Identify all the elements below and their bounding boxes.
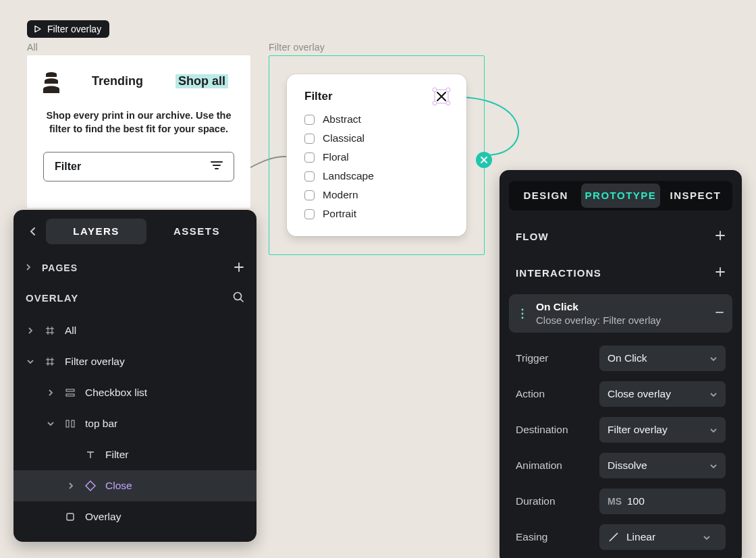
checkbox-icon[interactable] — [304, 171, 315, 182]
flow-section[interactable]: FLOW — [509, 220, 732, 252]
svg-point-12 — [522, 308, 524, 310]
checkbox-icon[interactable] — [304, 152, 315, 163]
rectangle-icon — [63, 512, 77, 522]
overlay-option[interactable]: Classical — [304, 132, 449, 144]
current-page-label: OVERLAY — [26, 292, 78, 304]
svg-rect-11 — [67, 513, 74, 520]
chevron-down-icon — [709, 424, 718, 436]
animation-label: Animation — [516, 459, 591, 472]
tab-design[interactable]: DESIGN — [512, 184, 580, 208]
search-layers-button[interactable] — [232, 291, 244, 305]
frame-icon — [43, 356, 57, 367]
layers-panel: LAYERS ASSETS PAGES OVERLAY All Filter o… — [14, 210, 256, 542]
chevron-down-icon — [709, 459, 718, 472]
chevron-down-icon — [703, 531, 718, 543]
checkbox-icon[interactable] — [304, 134, 315, 144]
interaction-item[interactable]: On Click Close overlay: Filter overlay — [509, 294, 732, 333]
add-page-button[interactable] — [234, 262, 244, 275]
flow-label: FLOW — [516, 231, 549, 242]
duration-input[interactable]: MS 100 — [599, 489, 726, 514]
page-title-row: OVERLAY — [14, 283, 256, 312]
overlay-option[interactable]: Floral — [304, 151, 449, 163]
back-button[interactable] — [23, 221, 43, 242]
trigger-label: Trigger — [516, 352, 591, 364]
svg-point-13 — [522, 312, 524, 314]
svg-rect-10 — [72, 420, 74, 427]
overlay-card: Filter Abstract Classical Floral Landsca… — [287, 74, 466, 236]
frame-filter-overlay[interactable]: Filter Abstract Classical Floral Landsca… — [269, 55, 485, 255]
chevron-right-icon — [66, 482, 76, 490]
easing-label: Easing — [516, 531, 591, 543]
overlay-option[interactable]: Portrait — [304, 208, 449, 220]
frame-all-header: Trending Shop all — [43, 69, 234, 93]
duration-value: 100 — [627, 495, 645, 507]
easing-row: Easing Linear — [509, 521, 732, 553]
overlay-option[interactable]: Abstract — [304, 113, 449, 125]
destination-row: Destination Filter overlay — [509, 414, 732, 445]
action-label: Action — [516, 388, 591, 400]
remove-interaction-button[interactable] — [715, 308, 724, 320]
chevron-down-icon — [46, 421, 55, 426]
tab-assets[interactable]: ASSETS — [146, 219, 247, 244]
layer-row-top-bar[interactable]: top bar — [14, 408, 256, 439]
nav-trending[interactable]: Trending — [92, 74, 143, 88]
filter-icon — [211, 161, 223, 173]
interaction-subtitle: Close overlay: Filter overlay — [536, 314, 707, 326]
interactions-section[interactable]: INTERACTIONS — [509, 256, 732, 289]
frame-all[interactable]: Trending Shop all Shop every print in ou… — [27, 55, 250, 208]
prototype-panel: DESIGN PROTOTYPE INSPECT FLOW INTERACTIO… — [500, 170, 742, 558]
layer-tree: All Filter overlay Checkbox list top bar… — [14, 312, 256, 535]
layer-row-overlay[interactable]: Overlay — [14, 501, 256, 532]
layer-row-text-filter[interactable]: Filter — [14, 439, 256, 470]
add-interaction-button[interactable] — [715, 267, 726, 279]
chevron-right-icon — [46, 389, 55, 397]
overlay-option[interactable]: Landscape — [304, 170, 449, 182]
destination-label: Destination — [516, 424, 591, 436]
frame-indicator[interactable]: Filter overlay — [27, 20, 109, 38]
chevron-down-icon — [26, 359, 35, 364]
autolayout-horizontal-icon — [63, 418, 77, 429]
animation-select[interactable]: Dissolve — [599, 453, 726, 478]
tab-prototype[interactable]: PROTOTYPE — [581, 184, 659, 208]
drag-handle-icon[interactable] — [517, 308, 528, 320]
filter-button[interactable]: Filter — [43, 152, 234, 182]
action-row: Action Close overlay — [509, 378, 732, 410]
delete-connection-icon[interactable] — [476, 152, 492, 168]
layer-row-checkbox-list[interactable]: Checkbox list — [14, 377, 256, 408]
interaction-title: On Click — [536, 301, 707, 313]
frame-all-description: Shop every print in our archive. Use the… — [43, 109, 234, 136]
animation-row: Animation Dissolve — [509, 449, 732, 481]
nav-shop-all[interactable]: Shop all — [176, 74, 228, 88]
linear-icon — [608, 531, 620, 543]
canvas-label-overlay: Filter overlay — [269, 42, 325, 53]
layer-row-close[interactable]: Close — [14, 470, 256, 501]
svg-rect-8 — [66, 394, 74, 396]
checkbox-icon[interactable] — [304, 190, 315, 200]
easing-select[interactable]: Linear — [599, 524, 726, 550]
action-select[interactable]: Close overlay — [599, 381, 726, 407]
overlay-title: Filter — [304, 90, 333, 103]
frame-icon — [43, 325, 57, 336]
tab-layers[interactable]: LAYERS — [46, 219, 146, 244]
add-flow-button[interactable] — [715, 230, 726, 243]
trigger-select[interactable]: On Click — [599, 345, 726, 371]
chevron-down-icon — [709, 388, 718, 400]
frame-indicator-title: Filter overlay — [47, 24, 101, 34]
layer-row-frame-all[interactable]: All — [14, 315, 256, 346]
close-icon[interactable] — [434, 89, 449, 104]
inspector-tabs: DESIGN PROTOTYPE INSPECT — [509, 181, 732, 211]
checkbox-icon[interactable] — [304, 209, 315, 219]
svg-point-14 — [522, 316, 524, 318]
tab-inspect[interactable]: INSPECT — [662, 184, 730, 208]
pages-section[interactable]: PAGES — [14, 253, 256, 283]
destination-select[interactable]: Filter overlay — [599, 417, 726, 443]
layer-row-frame-filter-overlay[interactable]: Filter overlay — [14, 346, 256, 377]
checkbox-icon[interactable] — [304, 115, 315, 125]
chevron-right-icon — [26, 262, 31, 273]
text-icon — [84, 450, 97, 459]
duration-row: Duration MS 100 — [509, 485, 732, 517]
overlay-option[interactable]: Modern — [304, 189, 449, 201]
svg-rect-7 — [66, 389, 74, 391]
trigger-row: Trigger On Click — [509, 342, 732, 374]
interactions-label: INTERACTIONS — [516, 267, 601, 279]
